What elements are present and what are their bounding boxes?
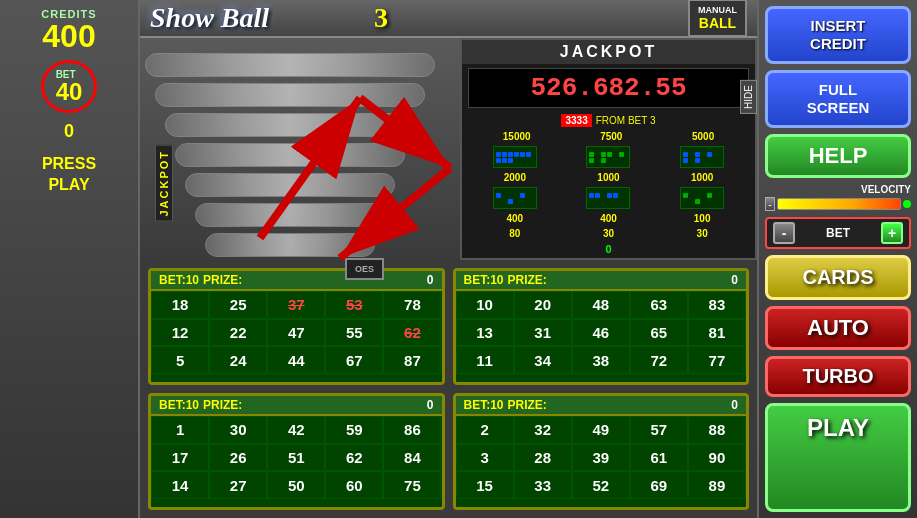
pattern-3 [680, 146, 724, 168]
cell-4-14: 69 [630, 471, 688, 499]
pattern-1 [493, 146, 537, 168]
card-1-prize-val: 0 [427, 273, 434, 287]
from-bet-label: FROM BET 3 [596, 115, 656, 126]
machine-area [140, 38, 460, 260]
from-bet-row: 3333 FROM BET 3 [462, 112, 755, 129]
card-3-bet: BET:10 [159, 398, 199, 412]
card-3-prize-val: 0 [427, 398, 434, 412]
velocity-bar-row: - [765, 197, 911, 211]
prize-val-9: 100 [694, 213, 711, 224]
cell-2-5: 83 [688, 291, 746, 319]
velocity-minus-btn[interactable]: - [765, 197, 775, 211]
fullscreen-button[interactable]: FULL SCREEN [765, 70, 911, 128]
bet-control-label: BET [799, 226, 877, 240]
cell-3-1: 1 [151, 416, 209, 444]
cell-4-10: 90 [688, 444, 746, 472]
cell-3-3: 42 [267, 416, 325, 444]
pattern-5 [586, 187, 630, 209]
press-play-label: PRESS PLAY [42, 154, 96, 196]
cell-3-15: 75 [383, 471, 441, 499]
card-header-left-1: BET:10 PRIZE: [159, 273, 242, 287]
prize-val-12: 30 [697, 228, 708, 239]
cell-3-4: 59 [325, 416, 383, 444]
play-button[interactable]: PLAY [765, 403, 911, 512]
cell-3-9: 62 [325, 444, 383, 472]
cell-4-7: 28 [514, 444, 572, 472]
card-2-prize-label: PRIZE: [508, 273, 547, 287]
cell-3-12: 27 [209, 471, 267, 499]
cell-2-10: 81 [688, 319, 746, 347]
cell-3-10: 84 [383, 444, 441, 472]
tube-3 [165, 113, 415, 137]
turbo-button[interactable]: TURBO [765, 356, 911, 397]
prize-val-3: 5000 [692, 131, 714, 142]
auto-button[interactable]: AUTO [765, 306, 911, 350]
cell-4-6: 3 [456, 444, 514, 472]
prize-val-2: 7500 [600, 131, 622, 142]
top-bar: Show Ball 3 7 14 21 33 3 9 MANUAL BALL [140, 0, 757, 38]
cell-1-1: 18 [151, 291, 209, 319]
cell-1-15: 87 [383, 346, 441, 374]
help-button[interactable]: HELP [765, 134, 911, 178]
prize-val-6: 1000 [691, 172, 713, 183]
bet-control: - BET + [765, 217, 911, 249]
card-header-1: BET:10 PRIZE: 0 [151, 271, 442, 291]
card-4-prize-val: 0 [731, 398, 738, 412]
insert-credit-button[interactable]: INSERT CREDIT [765, 6, 911, 64]
cell-3-6: 17 [151, 444, 209, 472]
hide-button[interactable]: HIDE [740, 80, 757, 114]
cell-1-9: 55 [325, 319, 383, 347]
bingo-card-1: BET:10 PRIZE: 0 18 25 37 53 78 12 22 47 … [148, 268, 445, 385]
bet-plus-button[interactable]: + [881, 222, 903, 244]
jackpot-vertical-label: JACKPOT [155, 145, 173, 222]
cell-1-14: 67 [325, 346, 383, 374]
cell-2-15: 77 [688, 346, 746, 374]
cell-2-1: 10 [456, 291, 514, 319]
dice-label: OES [355, 264, 374, 274]
card-3-prize-label: PRIZE: [203, 398, 242, 412]
cell-4-11: 15 [456, 471, 514, 499]
prize-row-1: 15000 7500 5000 [462, 129, 755, 144]
tube-5 [185, 173, 395, 197]
card-2-grid: 10 20 48 63 83 13 31 46 65 81 11 34 38 7… [456, 291, 747, 374]
prize-val-10: 80 [509, 228, 520, 239]
cell-2-11: 11 [456, 346, 514, 374]
cell-1-4: 53 [325, 291, 383, 319]
prize-val-4: 2000 [504, 172, 526, 183]
zero-indicator: 0 [462, 241, 755, 257]
cell-1-13: 44 [267, 346, 325, 374]
pattern-row-1 [462, 144, 755, 170]
velocity-control: VELOCITY - [765, 184, 911, 211]
cell-3-8: 51 [267, 444, 325, 472]
bet-minus-button[interactable]: - [773, 222, 795, 244]
card-2-bet: BET:10 [464, 273, 504, 287]
cell-1-12: 24 [209, 346, 267, 374]
dice-display: OES [345, 258, 384, 280]
card-1-grid: 18 25 37 53 78 12 22 47 55 62 5 24 44 67… [151, 291, 442, 374]
card-header-left-3: BET:10 PRIZE: [159, 398, 242, 412]
jackpot-title: JACKPOT [462, 40, 755, 64]
cell-3-5: 86 [383, 416, 441, 444]
card-header-4: BET:10 PRIZE: 0 [456, 396, 747, 416]
left-panel: CREDITS 400 BET 40 0 PRESS PLAY [0, 0, 140, 518]
cell-2-8: 46 [572, 319, 630, 347]
cell-4-3: 49 [572, 416, 630, 444]
cell-3-2: 30 [209, 416, 267, 444]
ball-label: BALL [698, 15, 737, 31]
cell-1-3: 37 [267, 291, 325, 319]
cell-2-2: 20 [514, 291, 572, 319]
bingo-card-2: BET:10 PRIZE: 0 10 20 48 63 83 13 31 46 … [453, 268, 750, 385]
right-panel: INSERT CREDIT FULL SCREEN HELP VELOCITY … [757, 0, 917, 518]
cell-2-13: 38 [572, 346, 630, 374]
cell-4-4: 57 [630, 416, 688, 444]
cards-button[interactable]: CARDS [765, 255, 911, 300]
cell-3-11: 14 [151, 471, 209, 499]
cell-4-12: 33 [514, 471, 572, 499]
cell-1-11: 5 [151, 346, 209, 374]
tube-2 [155, 83, 425, 107]
velocity-label: VELOCITY [765, 184, 911, 195]
pattern-2 [586, 146, 630, 168]
card-3-grid: 1 30 42 59 86 17 26 51 62 84 14 27 50 60… [151, 416, 442, 499]
pattern-6 [680, 187, 724, 209]
cell-1-5: 78 [383, 291, 441, 319]
